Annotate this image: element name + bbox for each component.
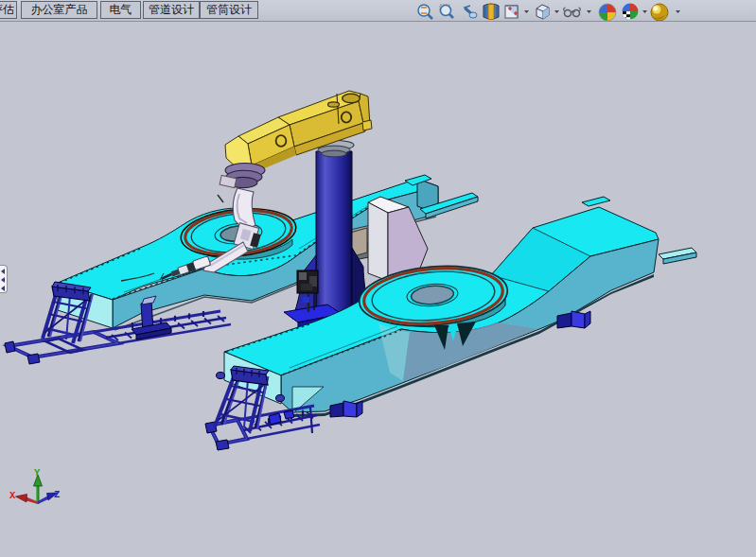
svg-text:Z: Z xyxy=(54,489,60,500)
svg-text:Y: Y xyxy=(34,467,41,479)
svg-text:X: X xyxy=(9,490,16,501)
